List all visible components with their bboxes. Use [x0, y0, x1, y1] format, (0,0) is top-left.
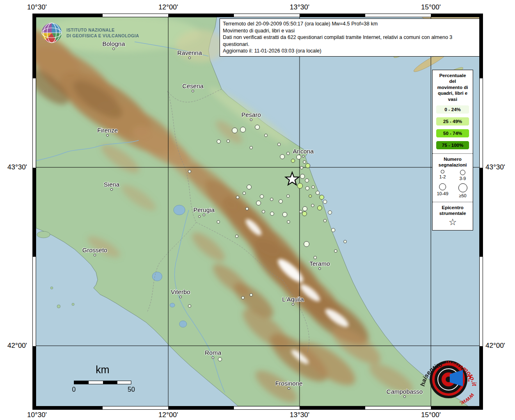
- ingv-globe-icon: [41, 22, 62, 43]
- coord-label-bottom-4: 15°00': [421, 411, 441, 419]
- city-dot: [302, 155, 304, 158]
- legend-counts-title: Numero segnalazioni: [437, 156, 469, 168]
- frame-corner: [479, 14, 483, 17]
- scale-bar: km 0 50: [61, 364, 151, 393]
- coord-label-right-1: 43°30': [485, 163, 505, 171]
- city-label: Cesena: [182, 82, 204, 89]
- city-dot: [192, 90, 194, 92]
- map-frame-top: [32, 14, 483, 17]
- legend: Percentuale del movimento di quadri, lib…: [432, 70, 473, 231]
- city-label: Perugia: [193, 206, 215, 213]
- city-label: Firenze: [97, 127, 118, 134]
- legend-class-50-74: 50 - 74%: [436, 129, 469, 138]
- legend-separator: [433, 202, 473, 202]
- coord-label-bottom-3: 13°30': [290, 411, 309, 419]
- legend-separator: [433, 153, 473, 154]
- legend-class-25-49: 25 - 49%: [436, 117, 469, 126]
- scale-end-label: 50: [128, 386, 135, 393]
- legend-class-0-24: 0 - 24%: [436, 105, 469, 114]
- scale-unit-label: km: [74, 364, 131, 376]
- event-info-line4: Aggiornato il: 11-01-2026 03:03 (ora loc…: [223, 48, 476, 55]
- map-canvas: BolognaRavennaCesenaFirenzePesaroAnconaS…: [36, 17, 479, 406]
- count-50plus: ≥50: [453, 183, 473, 198]
- count-label: 1-2: [439, 174, 446, 179]
- ingv-name-line1: ISTITUTO NAZIONALE: [66, 27, 139, 33]
- frame-corner: [32, 406, 36, 410]
- coord-label-left-1: 43°30': [7, 163, 27, 171]
- count-circle-1-2-icon: [441, 170, 444, 173]
- legend-count-symbols: 1-2 3-9 10-49 ≥50: [433, 170, 473, 198]
- haisentitoilterremoto-logo: ? haisentito ilterremoto.it www.: [418, 349, 479, 406]
- city-label: Grosseto: [82, 247, 108, 253]
- hsit-text-www: www.: [459, 392, 476, 406]
- coord-label-left-2: 42°00': [7, 342, 27, 350]
- coord-label-top-3: 13°30': [290, 3, 309, 11]
- city-dot: [94, 254, 96, 256]
- city-label: Viterbo: [171, 288, 190, 295]
- city-dot: [212, 356, 214, 359]
- city-label: Siena: [104, 181, 119, 188]
- city-dot: [203, 214, 205, 216]
- city-dot: [110, 188, 113, 191]
- count-label: ≥50: [459, 193, 466, 198]
- city-label: Ravenna: [177, 49, 202, 56]
- coord-label-right-2: 42°00': [485, 342, 505, 350]
- count-3-9: 3-9: [453, 170, 473, 181]
- city-label: Teramo: [309, 260, 330, 267]
- count-circle-50plus-icon: [458, 183, 467, 192]
- city-label: L'Aquila: [282, 296, 304, 303]
- coord-label-top-1: 10°30': [27, 3, 47, 11]
- legend-epicenter-title: Epicentro strumentale: [437, 205, 469, 217]
- coord-label-bottom-2: 12°00': [158, 411, 178, 419]
- map-frame-left: [32, 14, 36, 410]
- ingv-name-line2: DI GEOFISICA E VULCANOLOGIA: [66, 33, 139, 39]
- map-frame-bottom: [32, 406, 483, 410]
- legend-title: Percentuale del movimento di quadri, lib…: [437, 73, 469, 102]
- event-info-line2: Movimento di quadri, libri e vasi: [223, 27, 476, 34]
- epicenter-star-icon: ☆: [433, 218, 473, 227]
- scale-start-label: 0: [72, 386, 76, 393]
- event-info-line1: Terremoto del 20-09-2009 05:50:17 (ora l…: [223, 21, 476, 27]
- count-circle-10-49-icon: [439, 183, 446, 190]
- count-10-49: 10-49: [433, 183, 453, 198]
- city-dot: [112, 48, 115, 50]
- city-label: Roma: [205, 349, 221, 356]
- city-dot: [403, 395, 406, 398]
- city-dot: [250, 119, 252, 121]
- coord-label-top-2: 12°00': [158, 3, 178, 11]
- legend-class-75-100: 75 - 100%: [436, 141, 469, 150]
- city-label: Ancona: [293, 148, 314, 155]
- count-label: 3-9: [460, 176, 466, 181]
- event-info-line3: Dati non verificati estratti da 622 ques…: [223, 34, 476, 48]
- event-info-box: Terremoto del 20-09-2009 05:50:17 (ora l…: [220, 18, 479, 57]
- frame-corner: [32, 14, 36, 17]
- earthquake-felt-map-page: 10°30' 12°00' 13°30' 15°00' 10°30' 12°00…: [0, 0, 515, 420]
- coord-label-top-4: 15°00': [421, 3, 441, 11]
- map-frame-right: [479, 14, 483, 410]
- count-circle-3-9-icon: [460, 170, 465, 175]
- count-1-2: 1-2: [433, 170, 453, 181]
- city-dot: [318, 267, 321, 270]
- city-dot: [106, 134, 109, 137]
- city-dot: [292, 303, 294, 306]
- count-label: 10-49: [437, 191, 448, 196]
- frame-corner: [479, 406, 483, 410]
- city-label: Campobasso: [387, 388, 423, 395]
- city-dot: [179, 296, 182, 298]
- city-label: Pesaro: [241, 111, 261, 118]
- coord-label-bottom-1: 10°30': [27, 411, 47, 419]
- ingv-logo: ISTITUTO NAZIONALE DI GEOFISICA E VULCAN…: [41, 22, 139, 43]
- city-dot: [288, 387, 290, 390]
- city-label: Frosinone: [275, 380, 303, 387]
- cities-layer: BolognaRavennaCesenaFirenzePesaroAnconaS…: [36, 17, 479, 406]
- scale-bar-graphic: [74, 381, 131, 384]
- city-dot: [188, 57, 191, 59]
